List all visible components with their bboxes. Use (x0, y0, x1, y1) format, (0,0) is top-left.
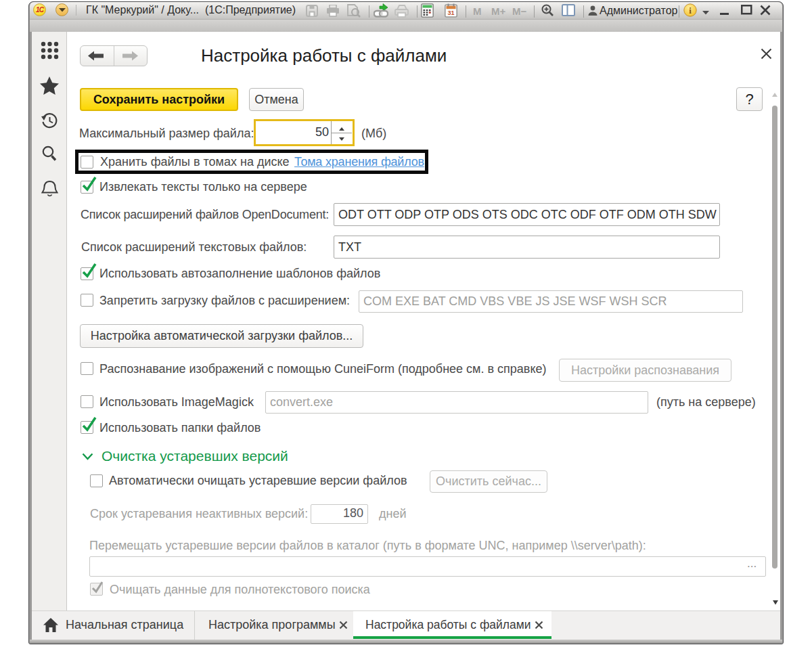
svg-text:31: 31 (447, 9, 454, 16)
svg-text:i: i (689, 5, 692, 16)
